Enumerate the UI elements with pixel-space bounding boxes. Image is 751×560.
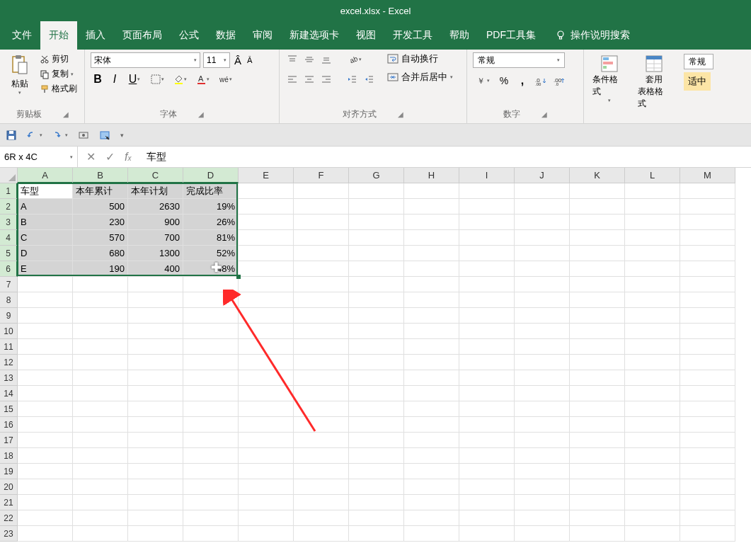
- tab-insert[interactable]: 插入: [77, 21, 114, 50]
- cell-H2[interactable]: [404, 199, 459, 215]
- cell-I5[interactable]: [459, 246, 515, 261]
- row-header-21[interactable]: 21: [0, 495, 18, 510]
- row-header-20[interactable]: 20: [0, 479, 18, 495]
- save-button[interactable]: [6, 130, 17, 141]
- cell-B6[interactable]: 190: [73, 261, 128, 277]
- cell-F1[interactable]: [294, 183, 349, 199]
- col-header-G[interactable]: G: [349, 168, 404, 183]
- col-header-A[interactable]: A: [18, 168, 73, 183]
- cell-M6[interactable]: [680, 261, 735, 277]
- cell-K6[interactable]: [570, 261, 625, 277]
- cell-F6[interactable]: [294, 261, 349, 277]
- col-header-H[interactable]: H: [404, 168, 459, 183]
- row-header-6[interactable]: 6: [0, 261, 18, 277]
- comma-button[interactable]: ,: [515, 74, 529, 88]
- cell-H6[interactable]: [404, 261, 459, 277]
- cell-H4[interactable]: [404, 230, 459, 246]
- cell-B4[interactable]: 570: [73, 230, 128, 246]
- fill-color-button[interactable]: ▾: [170, 72, 190, 86]
- tab-view[interactable]: 视图: [348, 21, 384, 50]
- cell-C3[interactable]: 900: [128, 215, 183, 230]
- col-header-J[interactable]: J: [515, 168, 570, 183]
- row-header-8[interactable]: 8: [0, 292, 18, 308]
- col-header-K[interactable]: K: [570, 168, 625, 183]
- right-combo[interactable]: 常规: [684, 54, 713, 69]
- cell-H1[interactable]: [404, 183, 459, 199]
- cell-D3[interactable]: 26%: [183, 215, 239, 230]
- row-header-3[interactable]: 3: [0, 215, 18, 230]
- row-header-1[interactable]: 1: [0, 183, 18, 199]
- cell-L6[interactable]: [625, 261, 680, 277]
- cancel-formula-button[interactable]: ✕: [86, 150, 96, 164]
- fit-label[interactable]: 适中: [684, 72, 711, 91]
- col-header-D[interactable]: D: [183, 168, 239, 183]
- row-header-17[interactable]: 17: [0, 433, 18, 448]
- cell-J2[interactable]: [515, 199, 570, 215]
- cell-E1[interactable]: [239, 183, 294, 199]
- cell-M2[interactable]: [680, 199, 735, 215]
- format-painter-button[interactable]: 格式刷: [38, 82, 79, 96]
- cell-K1[interactable]: [570, 183, 625, 199]
- row-header-2[interactable]: 2: [0, 199, 18, 215]
- cell-H5[interactable]: [404, 246, 459, 261]
- cell-E3[interactable]: [239, 215, 294, 230]
- cell-K5[interactable]: [570, 246, 625, 261]
- cell-C4[interactable]: 700: [128, 230, 183, 246]
- number-launcher[interactable]: ◢: [541, 110, 547, 118]
- conditional-format-button[interactable]: 条件格式 ▾: [590, 52, 629, 120]
- tab-data[interactable]: 数据: [207, 21, 244, 50]
- cell-J3[interactable]: [515, 215, 570, 230]
- row-header-23[interactable]: 23: [0, 526, 18, 542]
- col-header-B[interactable]: B: [73, 168, 128, 183]
- font-color-button[interactable]: A ▾: [193, 72, 212, 86]
- select-all-corner[interactable]: [0, 168, 18, 183]
- cell-I1[interactable]: [459, 183, 515, 199]
- cell-K2[interactable]: [570, 199, 625, 215]
- col-header-F[interactable]: F: [294, 168, 349, 183]
- row-header-9[interactable]: 9: [0, 308, 18, 324]
- cell-A2[interactable]: A: [18, 199, 73, 215]
- border-button[interactable]: ▾: [147, 72, 167, 86]
- format-as-table-button[interactable]: 套用 表格格式: [635, 52, 675, 120]
- cell-D4[interactable]: 81%: [183, 230, 239, 246]
- decrease-font-button[interactable]: Ǎ: [246, 56, 254, 65]
- row-header-13[interactable]: 13: [0, 370, 18, 386]
- cell-C1[interactable]: 本年计划: [128, 183, 183, 199]
- worksheet[interactable]: A B C D E F G H I J K L M 1 2 3 4 5 6 7 …: [0, 168, 751, 560]
- increase-indent-button[interactable]: [362, 72, 376, 86]
- formula-bar[interactable]: 车型: [139, 151, 751, 164]
- cell-M3[interactable]: [680, 215, 735, 230]
- align-bottom-button[interactable]: [319, 52, 333, 67]
- enter-formula-button[interactable]: ✓: [105, 150, 115, 164]
- tab-home[interactable]: 开始: [40, 21, 77, 50]
- tab-developer[interactable]: 开发工具: [384, 21, 441, 50]
- cell-G1[interactable]: [349, 183, 404, 199]
- clipboard-launcher[interactable]: ◢: [63, 110, 69, 118]
- cell-J5[interactable]: [515, 246, 570, 261]
- cell-E6[interactable]: [239, 261, 294, 277]
- row-header-11[interactable]: 11: [0, 339, 18, 355]
- cell-F4[interactable]: [294, 230, 349, 246]
- cell-L3[interactable]: [625, 215, 680, 230]
- row-header-22[interactable]: 22: [0, 510, 18, 526]
- cell-L2[interactable]: [625, 199, 680, 215]
- number-format-combo[interactable]: 常规 ▾: [473, 52, 565, 68]
- cell-J1[interactable]: [515, 183, 570, 199]
- row-header-10[interactable]: 10: [0, 324, 18, 339]
- cell-C6[interactable]: 400: [128, 261, 183, 277]
- cell-A3[interactable]: B: [18, 215, 73, 230]
- cell-G5[interactable]: [349, 246, 404, 261]
- col-header-L[interactable]: L: [625, 168, 680, 183]
- cell-G3[interactable]: [349, 215, 404, 230]
- cell-D5[interactable]: 52%: [183, 246, 239, 261]
- cell-L5[interactable]: [625, 246, 680, 261]
- align-top-button[interactable]: [285, 52, 299, 67]
- align-left-button[interactable]: [285, 72, 299, 86]
- redo-button[interactable]: ▾: [52, 130, 68, 141]
- tab-file[interactable]: 文件: [4, 21, 40, 50]
- cell-D2[interactable]: 19%: [183, 199, 239, 215]
- qat-button-5[interactable]: [99, 130, 110, 141]
- cell-K3[interactable]: [570, 215, 625, 230]
- cell-I4[interactable]: [459, 230, 515, 246]
- tab-pdf-tools[interactable]: PDF工具集: [478, 21, 544, 50]
